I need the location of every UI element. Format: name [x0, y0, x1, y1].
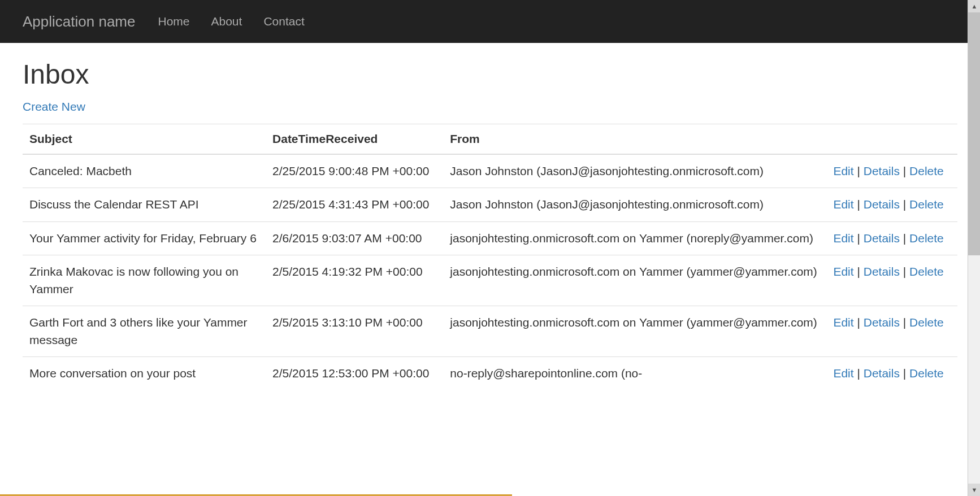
separator: | [854, 198, 864, 211]
main-content: Inbox Create New Subject DateTimeReceive… [0, 43, 980, 406]
header-subject: Subject [23, 124, 266, 155]
separator: | [854, 367, 864, 380]
cell-subject: Discuss the Calendar REST API [23, 188, 266, 221]
cell-date: 2/25/2015 9:00:48 PM +00:00 [266, 154, 443, 188]
navbar-nav: Home About Contact [158, 15, 304, 28]
details-link[interactable]: Details [864, 232, 900, 245]
table-row: Discuss the Calendar REST API2/25/2015 4… [23, 188, 957, 221]
table-row: Your Yammer activity for Friday, Februar… [23, 221, 957, 255]
cell-date: 2/6/2015 9:03:07 AM +00:00 [266, 221, 443, 255]
cell-from: jasonjohtesting.onmicrosoft.com on Yamme… [443, 221, 826, 255]
delete-link[interactable]: Delete [909, 232, 944, 245]
delete-link[interactable]: Delete [909, 316, 944, 329]
cell-from: Jason Johnston (JasonJ@jasonjohtesting.o… [443, 154, 826, 188]
edit-link[interactable]: Edit [833, 265, 853, 278]
brand-link[interactable]: Application name [23, 13, 135, 31]
create-new-link[interactable]: Create New [23, 100, 85, 114]
table-row: Garth Fort and 3 others like your Yammer… [23, 306, 957, 357]
cell-actions: Edit | Details | Delete [826, 306, 957, 357]
separator: | [854, 265, 864, 278]
cell-from: Jason Johnston (JasonJ@jasonjohtesting.o… [443, 188, 826, 221]
separator: | [900, 316, 909, 329]
cell-from: jasonjohtesting.onmicrosoft.com on Yamme… [443, 306, 826, 357]
separator: | [900, 164, 909, 177]
cell-actions: Edit | Details | Delete [826, 255, 957, 306]
details-link[interactable]: Details [864, 265, 900, 278]
delete-link[interactable]: Delete [909, 367, 944, 380]
chevron-up-icon: ▲ [972, 3, 978, 10]
separator: | [854, 316, 864, 329]
cell-subject: Garth Fort and 3 others like your Yammer… [23, 306, 266, 357]
cell-actions: Edit | Details | Delete [826, 154, 957, 188]
table-row: Canceled: Macbeth2/25/2015 9:00:48 PM +0… [23, 154, 957, 188]
edit-link[interactable]: Edit [833, 367, 853, 380]
edit-link[interactable]: Edit [833, 316, 853, 329]
separator: | [900, 367, 909, 380]
delete-link[interactable]: Delete [909, 198, 944, 211]
separator: | [900, 198, 909, 211]
cell-subject: Your Yammer activity for Friday, Februar… [23, 221, 266, 255]
delete-link[interactable]: Delete [909, 265, 944, 278]
page-title: Inbox [23, 59, 957, 90]
nav-about[interactable]: About [211, 15, 242, 28]
table-row: Zrinka Makovac is now following you on Y… [23, 255, 957, 306]
edit-link[interactable]: Edit [833, 232, 853, 245]
scroll-up-button[interactable]: ▲ [968, 0, 980, 12]
scroll-down-button[interactable]: ▼ [968, 484, 980, 496]
header-date: DateTimeReceived [266, 124, 443, 155]
chevron-down-icon: ▼ [972, 486, 978, 493]
cell-from: jasonjohtesting.onmicrosoft.com on Yamme… [443, 255, 826, 306]
delete-link[interactable]: Delete [909, 164, 944, 177]
separator: | [900, 232, 909, 245]
edit-link[interactable]: Edit [833, 198, 853, 211]
cell-subject: Zrinka Makovac is now following you on Y… [23, 255, 266, 306]
inbox-table: Subject DateTimeReceived From Canceled: … [23, 124, 957, 390]
cell-subject: More conversation on your post [23, 357, 266, 390]
cell-actions: Edit | Details | Delete [826, 357, 957, 390]
nav-home[interactable]: Home [158, 15, 189, 28]
nav-contact[interactable]: Contact [263, 15, 304, 28]
cell-date: 2/25/2015 4:31:43 PM +00:00 [266, 188, 443, 221]
scrollbar-thumb[interactable] [968, 12, 980, 255]
header-from: From [443, 124, 826, 155]
details-link[interactable]: Details [864, 367, 900, 380]
cell-actions: Edit | Details | Delete [826, 188, 957, 221]
navbar: Application name Home About Contact [0, 0, 980, 43]
details-link[interactable]: Details [864, 164, 900, 177]
cell-actions: Edit | Details | Delete [826, 221, 957, 255]
cell-from: no-reply@sharepointonline.com (no- [443, 357, 826, 390]
separator: | [854, 232, 864, 245]
cell-subject: Canceled: Macbeth [23, 154, 266, 188]
details-link[interactable]: Details [864, 198, 900, 211]
cell-date: 2/5/2015 4:19:32 PM +00:00 [266, 255, 443, 306]
table-row: More conversation on your post2/5/2015 1… [23, 357, 957, 390]
cell-date: 2/5/2015 3:13:10 PM +00:00 [266, 306, 443, 357]
separator: | [900, 265, 909, 278]
edit-link[interactable]: Edit [833, 164, 853, 177]
details-link[interactable]: Details [864, 316, 900, 329]
separator: | [854, 164, 864, 177]
cell-date: 2/5/2015 12:53:00 PM +00:00 [266, 357, 443, 390]
vertical-scrollbar[interactable]: ▲ ▼ [968, 0, 980, 496]
header-actions [826, 124, 957, 155]
